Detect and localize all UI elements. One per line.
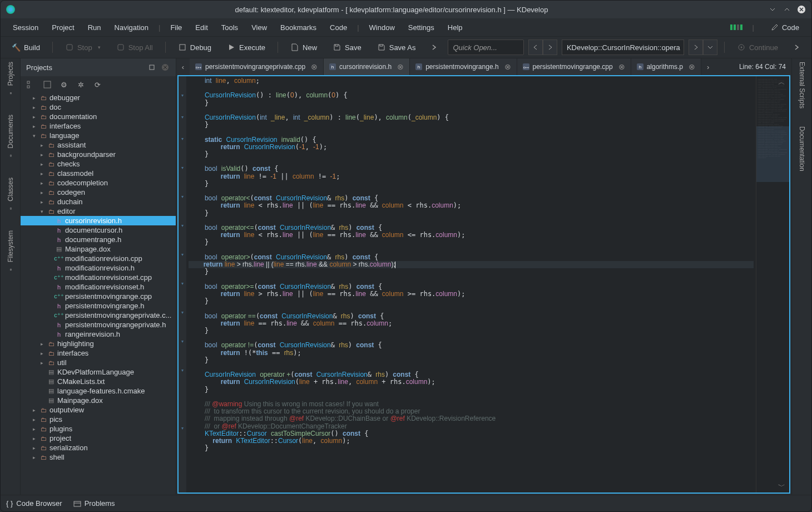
outline-next-button[interactable] — [689, 40, 703, 55]
tree-item[interactable]: ▸🗀interfaces — [21, 121, 176, 131]
tree-item[interactable]: ▸🗀project — [21, 434, 176, 443]
twisty-icon[interactable]: ▸ — [38, 142, 45, 148]
tabs-scroll-left[interactable]: ‹ — [176, 58, 190, 75]
code-content[interactable]: int line, column; CursorInRevision() : l… — [186, 76, 756, 493]
rightdock-external-scripts[interactable]: External Scripts — [798, 62, 806, 109]
tree-item[interactable]: c⁺⁺persistentmovingrange.cpp — [21, 292, 176, 301]
tree-item[interactable]: hpersistentmovingrangeprivate.h — [21, 320, 176, 329]
menu-settings[interactable]: Settings — [402, 21, 441, 34]
editor-tab[interactable]: hpersistentmovingrange.h⊗ — [410, 58, 517, 75]
editor-tab[interactable]: halgorithms.p⊗ — [631, 58, 701, 75]
problems-tab[interactable]: Problems — [73, 499, 115, 508]
tree-item[interactable]: ▤Mainpage.dox — [21, 244, 176, 254]
execute-button[interactable]: Execute — [221, 41, 271, 54]
tree-item[interactable]: ▸🗀debugger — [21, 93, 176, 102]
minimize-button[interactable] — [768, 5, 777, 14]
twisty-icon[interactable]: ▸ — [38, 199, 45, 205]
tree-item[interactable]: hpersistentmovingrange.h — [21, 301, 176, 311]
code-browser-tab[interactable]: { }Code Browser — [6, 499, 62, 508]
panel-close-button[interactable] — [160, 62, 170, 72]
tree-item[interactable]: ▸🗀codecompletion — [21, 178, 176, 188]
menu-project[interactable]: Project — [45, 21, 81, 34]
sync-icon[interactable]: ✲ — [75, 79, 86, 90]
tab-close-icon[interactable]: ⊗ — [618, 62, 625, 71]
tree-item[interactable]: hdocumentcursor.h — [21, 225, 176, 235]
tree-item[interactable]: ▤language-features.h.cmake — [21, 386, 176, 396]
maximize-button[interactable] — [783, 5, 791, 14]
tree-item[interactable]: hmodificationrevision.h — [21, 263, 176, 273]
tree-item[interactable]: ▸🗀classmodel — [21, 169, 176, 178]
twisty-icon[interactable]: ▸ — [31, 105, 37, 110]
nav-back-button[interactable] — [528, 40, 543, 55]
tree-item[interactable]: ▾🗀editor — [21, 206, 176, 216]
tree-item[interactable]: ▸🗀duchain — [21, 197, 176, 206]
menu-help[interactable]: Help — [441, 21, 469, 34]
tab-close-icon[interactable]: ⊗ — [504, 62, 511, 71]
editor-tab[interactable]: c++persistentmovingrange.cpp⊗ — [517, 58, 631, 75]
minimap-viewport[interactable] — [756, 126, 789, 182]
tree-item[interactable]: ▸🗀checks — [21, 159, 176, 169]
twisty-icon[interactable]: ▸ — [31, 124, 37, 129]
twisty-icon[interactable]: ▸ — [31, 407, 37, 413]
menu-view[interactable]: View — [245, 21, 274, 34]
tree-item[interactable]: ▸🗀interfaces — [21, 348, 176, 358]
twisty-icon[interactable]: ▸ — [31, 445, 37, 451]
menu-navigation[interactable]: Navigation — [108, 21, 155, 34]
leftdock-projects[interactable]: ▫Projects — [7, 62, 14, 97]
tab-close-icon[interactable]: ⊗ — [311, 62, 318, 71]
tree-item[interactable]: ▸🗀codegen — [21, 188, 176, 197]
menu-run[interactable]: Run — [81, 21, 108, 34]
tree-item[interactable]: ▸🗀backgroundparser — [21, 150, 176, 159]
tree-item[interactable]: ▸🗀serialization — [21, 443, 176, 452]
twisty-icon[interactable]: ▸ — [38, 152, 45, 157]
twisty-icon[interactable]: ▸ — [31, 455, 37, 460]
tree-item[interactable]: hrangeinrevision.h — [21, 329, 176, 339]
tree-item[interactable]: c⁺⁺modificationrevision.cpp — [21, 254, 176, 263]
tree-item[interactable]: ▸🗀pics — [21, 415, 176, 424]
twisty-icon[interactable]: ▸ — [38, 180, 45, 186]
menu-edit[interactable]: Edit — [189, 21, 214, 34]
tree-item[interactable]: ▸🗀documentation — [21, 112, 176, 121]
twisty-icon[interactable]: ▸ — [31, 426, 37, 432]
menu-bookmarks[interactable]: Bookmarks — [274, 21, 323, 34]
tree-item[interactable]: hmodificationrevisionset.h — [21, 282, 176, 292]
outline-dropdown-button[interactable] — [703, 40, 717, 55]
tree-item[interactable]: ▾🗀language — [21, 131, 176, 140]
twisty-icon[interactable]: ▸ — [31, 114, 37, 120]
twisty-icon[interactable]: ▸ — [31, 417, 37, 422]
panel-float-button[interactable] — [147, 62, 157, 72]
tab-close-icon[interactable]: ⊗ — [397, 62, 404, 71]
leftdock-classes[interactable]: ▫Classes — [7, 178, 14, 213]
flat-mode-button[interactable] — [42, 79, 53, 90]
saveas-button[interactable]: Save As — [372, 41, 422, 54]
minimap[interactable]: ︿ ─────────────── ─────── ───── ────────… — [756, 76, 789, 493]
code-editor[interactable]: ▾▾▾▾▾▾▾▾▾▾▾▾ int line, column; CursorInR… — [177, 75, 790, 494]
twisty-icon[interactable]: ▸ — [38, 190, 45, 195]
settings-icon[interactable]: ⚙ — [58, 79, 70, 90]
refresh-icon[interactable]: ⟳ — [92, 79, 103, 90]
tree-item[interactable]: ▤KDevPlatformLanguage — [21, 367, 176, 377]
menu-file[interactable]: File — [164, 21, 189, 34]
rightdock-documentation[interactable]: Documentation — [798, 126, 806, 171]
menu-session[interactable]: Session — [6, 21, 45, 34]
twisty-icon[interactable]: ▸ — [38, 360, 45, 366]
twisty-icon[interactable]: ▸ — [31, 436, 37, 441]
save-button[interactable]: Save — [327, 41, 367, 54]
projects-tree[interactable]: ▸🗀debugger▸🗀doc▸🗀documentation▸🗀interfac… — [21, 93, 176, 495]
tree-item[interactable]: c⁺⁺persistentmovingrangeprivate.c... — [21, 311, 176, 320]
nav-forward-button[interactable] — [543, 40, 557, 55]
minimap-down-button[interactable]: ﹀ — [776, 483, 787, 490]
build-button[interactable]: 🔨Build — [6, 41, 46, 54]
menu-window[interactable]: Window — [363, 21, 402, 34]
tree-item[interactable]: ▸🗀util — [21, 358, 176, 367]
quick-open-input[interactable]: Quick Open... — [448, 40, 524, 55]
tab-close-icon[interactable]: ⊗ — [689, 62, 695, 71]
tree-item[interactable]: ▸🗀plugins — [21, 424, 176, 434]
toolbar-overflow[interactable] — [425, 42, 443, 53]
tree-item[interactable]: ▸🗀outputview — [21, 405, 176, 415]
close-button[interactable] — [797, 5, 806, 14]
twisty-icon[interactable]: ▸ — [38, 351, 45, 356]
tree-item[interactable]: ▸🗀assistant — [21, 140, 176, 150]
tree-item[interactable]: ▸🗀doc — [21, 102, 176, 112]
leftdock-filesystem[interactable]: ▫Filesystem — [7, 230, 14, 273]
